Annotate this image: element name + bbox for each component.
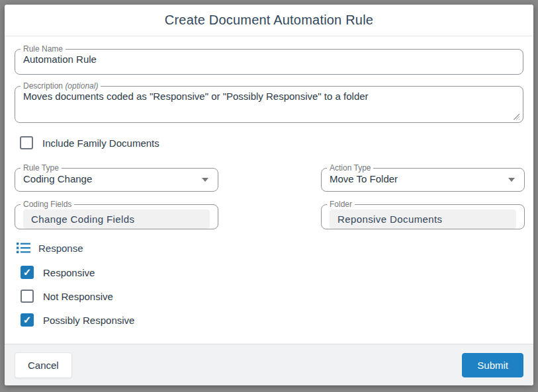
folder-label: Folder [327, 200, 355, 208]
description-label: Description (optional) [21, 82, 101, 90]
rule-type-select[interactable]: Coding Change [15, 172, 218, 184]
folder-field: Folder Reponsive Documents [321, 200, 525, 229]
description-field: Description (optional) Moves documents c… [15, 82, 523, 123]
dialog-title: Create Document Automation Rule [165, 13, 373, 28]
responsive-checkbox[interactable]: ✓ [21, 266, 34, 279]
possibly-responsive-checkbox-row[interactable]: ✓ Possibly Responsive [21, 313, 134, 327]
responsive-checkbox-row[interactable]: ✓ Responsive [21, 266, 95, 279]
action-type-field: Action Type Move To Folder [321, 164, 525, 192]
check-icon: ✓ [23, 267, 32, 277]
include-family-checkbox-row[interactable]: ✓ Include Family Documents [20, 136, 159, 149]
action-type-label: Action Type [327, 164, 373, 172]
response-section-header: Response [17, 242, 83, 254]
submit-button[interactable]: Submit [462, 353, 523, 377]
action-type-select[interactable]: Move To Folder [322, 172, 524, 184]
resize-grip-icon[interactable] [514, 114, 519, 120]
check-icon: ✓ [23, 315, 32, 325]
coding-fields-label: Coding Fields [21, 200, 74, 208]
include-family-checkbox[interactable]: ✓ [20, 136, 33, 149]
possibly-responsive-checkbox[interactable]: ✓ [21, 313, 34, 327]
rule-type-field: Rule Type Coding Change [15, 164, 218, 192]
rule-type-label: Rule Type [21, 164, 62, 172]
create-automation-rule-dialog: Create Document Automation Rule Rule Nam… [5, 5, 533, 385]
not-responsive-checkbox[interactable]: ✓ [21, 290, 34, 303]
action-type-value: Move To Folder [330, 173, 398, 184]
possibly-responsive-label: Possibly Responsive [43, 315, 134, 326]
dialog-header: Create Document Automation Rule [5, 5, 533, 36]
list-icon [17, 242, 30, 254]
description-textarea[interactable]: Moves documents coded as "Responsive" or… [23, 90, 515, 115]
response-section-title: Response [38, 243, 83, 254]
responsive-label: Responsive [43, 267, 95, 278]
rule-name-input[interactable] [23, 54, 515, 65]
include-family-label: Include Family Documents [42, 137, 159, 149]
chevron-down-icon [202, 178, 208, 182]
not-responsive-label: Not Responsive [43, 291, 113, 302]
rule-name-label: Rule Name [21, 45, 66, 53]
dialog-footer: Cancel Submit [5, 344, 533, 385]
rule-type-value: Coding Change [23, 173, 92, 184]
folder-value-button[interactable]: Reponsive Documents [330, 210, 516, 229]
not-responsive-checkbox-row[interactable]: ✓ Not Responsive [21, 290, 113, 303]
chevron-down-icon [508, 178, 515, 182]
dialog-body: Rule Name Description (optional) Moves d… [5, 37, 533, 344]
cancel-button[interactable]: Cancel [15, 352, 72, 378]
change-coding-fields-button[interactable]: Change Coding Fields [23, 210, 210, 229]
rule-name-field: Rule Name [15, 45, 523, 75]
coding-fields-field: Coding Fields Change Coding Fields [15, 200, 218, 229]
